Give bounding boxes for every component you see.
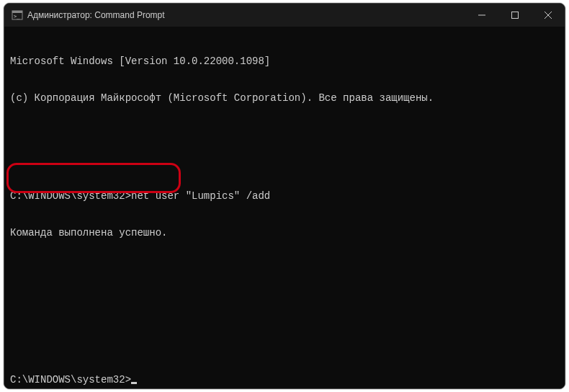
terminal-content[interactable]: Microsoft Windows [Version 10.0.22000.10…: [4, 27, 565, 388]
blank-line: [10, 129, 559, 141]
cursor: [131, 382, 137, 384]
command-prompt-window: >_ Администратор: Command Prompt Microso…: [4, 3, 565, 389]
svg-text:>_: >_: [14, 14, 20, 19]
command-line-2: C:\WINDOWS\system32>: [10, 374, 559, 386]
result-line: Команда выполнена успешно.: [10, 227, 559, 239]
svg-rect-4: [512, 12, 519, 19]
version-line: Microsoft Windows [Version 10.0.22000.10…: [10, 55, 559, 68]
blank-line: [10, 337, 559, 349]
maximize-button[interactable]: [498, 4, 532, 27]
svg-rect-1: [12, 11, 22, 13]
prompt-path: C:\WINDOWS\system32>: [10, 374, 131, 386]
annotation-highlight: [6, 163, 181, 193]
titlebar[interactable]: >_ Администратор: Command Prompt: [4, 4, 565, 27]
window-title: Администратор: Command Prompt: [27, 10, 165, 20]
command-line-1: C:\WINDOWS\system32>net user "Lumpics" /…: [10, 190, 559, 202]
copyright-line: (c) Корпорация Майкрософт (Microsoft Cor…: [10, 92, 559, 104]
command-input: net user "Lumpics" /add: [131, 190, 270, 202]
blank-line: [10, 300, 559, 313]
minimize-button[interactable]: [465, 4, 498, 27]
close-button[interactable]: [532, 4, 565, 27]
window-controls: [465, 4, 565, 27]
cmd-icon: >_: [12, 9, 23, 21]
prompt-path: C:\WINDOWS\system32>: [10, 190, 131, 202]
